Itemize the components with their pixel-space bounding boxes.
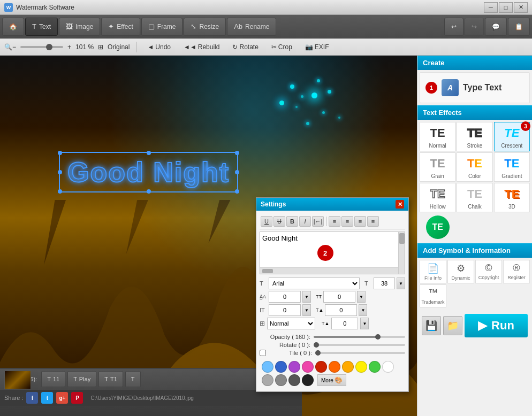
italic-button[interactable]: I bbox=[299, 216, 311, 227]
symbol-grid: 📄File Info⚙Dynamic©Copyright®Register™Tr… bbox=[417, 258, 532, 310]
color-swatch-7[interactable] bbox=[355, 361, 367, 373]
redo-toolbar-btn[interactable]: ↪ bbox=[465, 18, 484, 36]
rotate-slider[interactable] bbox=[314, 344, 405, 346]
color-swatch-5[interactable] bbox=[329, 361, 340, 373]
font-size-down-btn[interactable]: ▼ bbox=[397, 278, 405, 289]
strikethrough-button[interactable]: U bbox=[273, 216, 285, 227]
effect-button[interactable]: ✦ Effect bbox=[101, 18, 140, 36]
symbol-item-dynamic[interactable]: ⚙Dynamic bbox=[447, 260, 474, 283]
rotate-btn[interactable]: ↻ Rotate bbox=[228, 42, 262, 52]
align-right-button[interactable]: ≡ bbox=[354, 216, 366, 227]
spacing3-down-btn[interactable]: ▼ bbox=[302, 304, 311, 316]
googleplus-button[interactable]: g+ bbox=[56, 392, 68, 404]
font-family-select[interactable]: Arial bbox=[269, 278, 360, 289]
blend-mode-select[interactable]: Normal bbox=[267, 318, 315, 329]
more-colors-button[interactable]: More 🎨 bbox=[317, 374, 346, 386]
frame-button[interactable]: ▢ Frame bbox=[141, 18, 183, 36]
spacing4-input[interactable] bbox=[325, 304, 357, 316]
spacing1-down-btn[interactable]: ▼ bbox=[302, 291, 311, 303]
effect-item-stroke[interactable]: TE Stroke bbox=[457, 122, 492, 151]
settings-btn[interactable]: 📋 bbox=[508, 18, 530, 36]
effect-item-3d[interactable]: TE 3D bbox=[494, 183, 530, 212]
blend-value-input[interactable] bbox=[331, 318, 358, 329]
close-button[interactable]: ✕ bbox=[514, 2, 528, 13]
canvas-watermark[interactable]: Good Night bbox=[59, 152, 238, 192]
effect-item-grain[interactable]: TE Grain bbox=[420, 152, 455, 182]
align-justify-button[interactable]: ≡ bbox=[367, 216, 379, 227]
zoom-out[interactable]: 🔍− bbox=[4, 43, 16, 51]
symbol-item-trademark[interactable]: ™Trademark bbox=[420, 284, 446, 307]
align-left-button[interactable]: ≡ bbox=[329, 216, 340, 227]
template-item-4[interactable]: T bbox=[125, 371, 141, 387]
color-swatch-11[interactable] bbox=[275, 374, 287, 386]
color-swatch-4[interactable] bbox=[315, 361, 327, 373]
symbol-item-file-info[interactable]: 📄File Info bbox=[420, 260, 446, 283]
symbol-item-copyright[interactable]: ©Copyright bbox=[475, 260, 502, 283]
minimize-button[interactable]: ─ bbox=[484, 2, 498, 13]
effect-item-gradient[interactable]: TE Gradient bbox=[494, 152, 530, 182]
text-scrollbar[interactable] bbox=[398, 232, 405, 274]
chat-btn[interactable]: 💬 bbox=[485, 18, 507, 36]
maximize-button[interactable]: □ bbox=[499, 2, 513, 13]
effect-item-hollow[interactable]: TE Hollow bbox=[420, 183, 455, 212]
zoom-fit[interactable]: ⊞ bbox=[98, 43, 103, 51]
align-center-button[interactable]: ≡ bbox=[341, 216, 353, 227]
resize-button[interactable]: ⤡ Resize bbox=[184, 18, 226, 36]
crop-btn[interactable]: ✂ Crop bbox=[267, 42, 297, 52]
color-swatch-12[interactable] bbox=[288, 374, 300, 386]
facebook-button[interactable]: f bbox=[26, 392, 38, 404]
undo-btn[interactable]: ◄ Undo bbox=[143, 42, 175, 52]
color-swatch-1[interactable] bbox=[275, 361, 287, 373]
opacity-slider[interactable] bbox=[314, 336, 405, 338]
template-name-3: T1 bbox=[110, 376, 117, 382]
symbol-item-register[interactable]: ®Register bbox=[503, 260, 530, 283]
zoom-slider[interactable] bbox=[20, 46, 63, 48]
export-button[interactable]: 📁 bbox=[443, 316, 462, 335]
spacing2-down-btn[interactable]: ▼ bbox=[357, 291, 366, 303]
text-button[interactable]: T Text bbox=[25, 18, 58, 36]
color-swatch-3[interactable] bbox=[302, 361, 314, 373]
home-button[interactable]: 🏠 bbox=[2, 18, 24, 36]
rename-button[interactable]: Ab Rename bbox=[227, 18, 276, 36]
template-item-2[interactable]: T Play bbox=[67, 371, 96, 387]
zoom-in[interactable]: + bbox=[67, 43, 71, 51]
pinterest-button[interactable]: P bbox=[71, 392, 83, 404]
spacing1-input[interactable] bbox=[269, 291, 301, 303]
tile-checkbox[interactable] bbox=[260, 350, 266, 356]
color-swatch-8[interactable] bbox=[369, 361, 381, 373]
symbol-label-register: Register bbox=[507, 275, 526, 280]
effect-item-crescent[interactable]: TE Crescent 3 bbox=[494, 122, 530, 151]
rebuild-btn[interactable]: ◄◄ Rebuild bbox=[179, 42, 224, 52]
twitter-button[interactable]: t bbox=[41, 392, 53, 404]
blend-value-down[interactable]: ▼ bbox=[360, 318, 369, 329]
effect-item-normal[interactable]: TE Normal bbox=[420, 122, 455, 151]
save-button[interactable]: 💾 bbox=[422, 316, 441, 335]
color-swatch-0[interactable] bbox=[262, 361, 273, 373]
create-type-text-button[interactable]: 1 A Type Text bbox=[420, 72, 530, 103]
tile-slider[interactable] bbox=[315, 352, 405, 354]
effect-item-color[interactable]: TE Color bbox=[457, 152, 492, 182]
template-item-3[interactable]: T T1 bbox=[98, 371, 123, 387]
spacing3-input[interactable] bbox=[269, 304, 301, 316]
color-swatch-13[interactable] bbox=[302, 374, 314, 386]
kerning-button[interactable]: |←| bbox=[312, 216, 324, 227]
blend-row: ⊞ Normal T▲ ▼ bbox=[260, 318, 405, 329]
font-size-input[interactable] bbox=[374, 278, 395, 289]
color-swatch-2[interactable] bbox=[288, 361, 300, 373]
template-item-1[interactable]: T 11 bbox=[41, 371, 65, 387]
undo-toolbar-btn[interactable]: ↩ bbox=[444, 18, 463, 36]
color-swatch-6[interactable] bbox=[342, 361, 354, 373]
underline-button[interactable]: U bbox=[261, 216, 272, 227]
spacing2-input[interactable] bbox=[323, 291, 355, 303]
color-swatch-10[interactable] bbox=[262, 374, 273, 386]
dialog-close-button[interactable]: ✕ bbox=[396, 200, 404, 209]
exif-btn[interactable]: 📷 EXIF bbox=[301, 42, 333, 52]
run-button[interactable]: ▶ Run bbox=[465, 314, 528, 337]
type-text-label: Type Text bbox=[463, 83, 501, 93]
color-swatch-9[interactable] bbox=[382, 361, 394, 373]
spacing4-down-btn[interactable]: ▼ bbox=[359, 304, 367, 316]
effect-te-chalk: TE bbox=[467, 186, 482, 203]
bold-button[interactable]: B bbox=[286, 216, 298, 227]
image-button[interactable]: 🖼 Image bbox=[59, 18, 100, 36]
effect-item-chalk[interactable]: TE Chalk bbox=[457, 183, 492, 212]
